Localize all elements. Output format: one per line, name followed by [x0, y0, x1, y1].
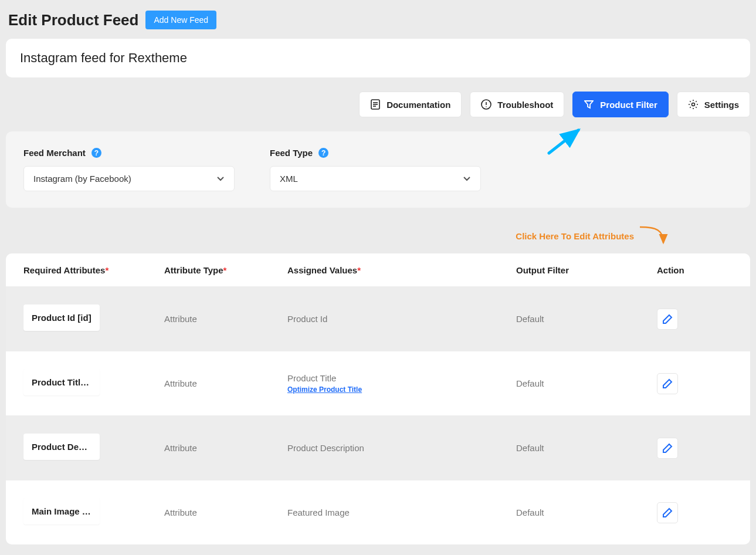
add-new-feed-button[interactable]: Add New Feed: [145, 11, 216, 29]
feed-merchant-label: Feed Merchant ?: [23, 148, 235, 158]
output-filter-cell: Default: [516, 378, 657, 388]
help-icon[interactable]: ?: [318, 148, 328, 158]
assigned-value-cell: Featured Image: [287, 507, 516, 517]
feed-name-input[interactable]: Instagram feed for Rextheme: [20, 50, 736, 66]
col-attr-type: Attribute Type*: [164, 265, 287, 275]
col-required: Required Attributes*: [23, 265, 164, 275]
col-output-filter: Output Filter: [516, 265, 657, 275]
feed-name-card: Instagram feed for Rextheme: [6, 39, 750, 77]
required-attribute-chip[interactable]: Product Id [id]: [23, 304, 100, 331]
assigned-value-cell: Product Title: [287, 373, 516, 383]
attributes-table: Required Attributes* Attribute Type* Ass…: [6, 253, 750, 544]
feed-merchant-select[interactable]: Instagram (by Facebook): [23, 166, 235, 191]
svg-line-10: [549, 130, 578, 153]
edit-attributes-text: Click Here To Edit Attributes: [516, 231, 634, 241]
feed-merchant-value: Instagram (by Facebook): [33, 174, 131, 184]
edit-row-button[interactable]: [657, 309, 678, 330]
troubleshoot-label: Troubleshoot: [497, 100, 553, 110]
assigned-value-cell: Product Description: [287, 443, 516, 453]
attribute-type-cell: Attribute: [164, 507, 287, 517]
product-filter-label: Product Filter: [600, 100, 657, 110]
output-filter-cell: Default: [516, 314, 657, 324]
filter-icon: [584, 99, 594, 110]
svg-marker-7: [585, 101, 593, 108]
assigned-value-cell: Product Id: [287, 314, 516, 324]
feed-type-value: XML: [280, 174, 298, 184]
chevron-down-icon: [463, 176, 471, 182]
attribute-type-cell: Attribute: [164, 443, 287, 453]
table-row: Product Desc… Attribute Product Descript…: [6, 415, 750, 480]
required-attribute-chip[interactable]: Product Desc…: [23, 434, 100, 460]
pencil-icon: [662, 507, 673, 518]
required-attribute-chip[interactable]: Product Title …: [23, 369, 100, 395]
table-row: Main Image [... Attribute Featured Image…: [6, 480, 750, 544]
output-filter-cell: Default: [516, 443, 657, 453]
curved-arrow-icon: [639, 224, 668, 248]
attribute-type-cell: Attribute: [164, 314, 287, 324]
product-filter-button[interactable]: Product Filter: [572, 92, 669, 117]
pencil-icon: [662, 314, 673, 324]
page-title: Edit Product Feed: [8, 11, 138, 29]
optimize-title-link[interactable]: Optimize Product Title: [287, 385, 516, 394]
edit-attributes-hint: Click Here To Edit Attributes: [6, 224, 750, 253]
gear-icon: [688, 99, 699, 110]
document-icon: [370, 99, 381, 110]
col-action: Action: [657, 265, 727, 275]
table-header: Required Attributes* Attribute Type* Ass…: [6, 253, 750, 286]
feed-config-card: Feed Merchant ? Instagram (by Facebook) …: [6, 131, 750, 208]
settings-label: Settings: [704, 100, 739, 110]
edit-row-button[interactable]: [657, 438, 678, 459]
feed-type-select[interactable]: XML: [270, 166, 481, 191]
feed-type-label: Feed Type ?: [270, 148, 481, 158]
documentation-label: Documentation: [387, 100, 450, 110]
alert-icon: [481, 99, 491, 110]
required-attribute-chip[interactable]: Main Image [...: [23, 498, 100, 524]
svg-point-6: [486, 106, 487, 107]
chevron-down-icon: [216, 176, 225, 182]
help-icon[interactable]: ?: [91, 148, 101, 158]
table-row: Product Title … Attribute Product Title …: [6, 351, 750, 415]
settings-button[interactable]: Settings: [677, 92, 750, 117]
toolbar: Documentation Troubleshoot Product Filte…: [6, 92, 750, 117]
documentation-button[interactable]: Documentation: [359, 92, 462, 117]
col-assigned: Assigned Values*: [287, 265, 516, 275]
svg-point-8: [691, 103, 694, 106]
edit-row-button[interactable]: [657, 502, 678, 523]
pencil-icon: [662, 378, 673, 389]
pencil-icon: [662, 443, 673, 454]
attribute-type-cell: Attribute: [164, 378, 287, 388]
output-filter-cell: Default: [516, 507, 657, 517]
edit-row-button[interactable]: [657, 373, 678, 394]
troubleshoot-button[interactable]: Troubleshoot: [470, 92, 564, 117]
table-row: Product Id [id] Attribute Product Id Def…: [6, 286, 750, 351]
